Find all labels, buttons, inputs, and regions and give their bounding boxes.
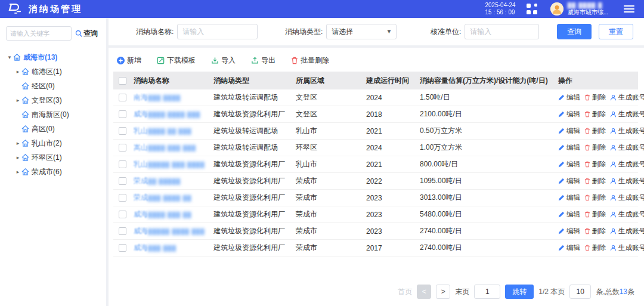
site-name-link[interactable]: 威海████ ████ ███ bbox=[134, 110, 200, 118]
generate-account-button[interactable]: 生成账号 bbox=[610, 177, 644, 186]
prev-page-button[interactable]: < bbox=[417, 285, 431, 299]
home-icon bbox=[21, 125, 29, 132]
edit-button[interactable]: 编辑 bbox=[558, 143, 580, 152]
user-info[interactable]: ██ ████ █ 威海市城市综... bbox=[568, 2, 608, 16]
tree-node-label: 荣成市(6) bbox=[32, 167, 62, 177]
approval-unit-input[interactable] bbox=[465, 24, 539, 39]
delete-button[interactable]: 删除 bbox=[584, 143, 606, 152]
delete-button[interactable]: 删除 bbox=[584, 160, 606, 169]
account-icon bbox=[610, 94, 617, 101]
generate-account-button[interactable]: 生成账号 bbox=[610, 143, 644, 152]
site-name-link[interactable]: 威海████ ███ ██ bbox=[134, 210, 191, 218]
delete-button[interactable]: 删除 bbox=[584, 126, 606, 135]
tree-caret-icon[interactable]: ▸ bbox=[14, 169, 21, 175]
generate-account-button[interactable]: 生成账号 bbox=[610, 210, 644, 219]
row-checkbox[interactable] bbox=[119, 211, 126, 218]
next-page-button[interactable]: > bbox=[436, 285, 450, 299]
delete-button[interactable]: 删除 bbox=[584, 193, 606, 202]
filter-bar: 消纳场名称: 消纳场类型: 请选择 ▼ 核准单位: 查询 重置 bbox=[109, 18, 644, 45]
edit-icon bbox=[558, 228, 565, 234]
row-checkbox[interactable] bbox=[119, 144, 126, 152]
tree-caret-icon[interactable]: ▾ bbox=[6, 54, 13, 60]
site-name-link[interactable]: 威海█████ ████ ███ bbox=[134, 227, 205, 235]
tree-caret-icon[interactable]: ▸ bbox=[14, 97, 21, 103]
site-name-link[interactable]: 南海███ ████ bbox=[134, 93, 181, 101]
import-button[interactable]: 导入 bbox=[211, 55, 236, 66]
tree-node[interactable]: 经区(0) bbox=[6, 79, 100, 93]
edit-button[interactable]: 编辑 bbox=[558, 210, 580, 219]
generate-account-button[interactable]: 生成账号 bbox=[610, 93, 644, 102]
reset-button[interactable]: 重置 bbox=[599, 24, 633, 39]
edit-button[interactable]: 编辑 bbox=[558, 126, 580, 135]
site-name-link[interactable]: 荣成███ ████ ██ bbox=[134, 193, 191, 202]
tree-node[interactable]: 南海新区(0) bbox=[6, 107, 100, 122]
site-type-select[interactable]: 请选择 ▼ bbox=[326, 24, 397, 39]
tree-node-label: 文登区(3) bbox=[32, 95, 62, 106]
delete-button[interactable]: 删除 bbox=[584, 243, 606, 252]
select-all-checkbox[interactable] bbox=[119, 77, 126, 85]
site-region-cell: 文登区 bbox=[293, 109, 364, 119]
edit-button[interactable]: 编辑 bbox=[558, 110, 580, 119]
edit-button[interactable]: 编辑 bbox=[558, 243, 580, 252]
menu-icon[interactable] bbox=[624, 5, 634, 13]
last-page-button[interactable]: 末页 bbox=[455, 287, 469, 297]
tree-node[interactable]: ▸乳山市(2) bbox=[6, 136, 100, 150]
delete-button[interactable]: 删除 bbox=[584, 227, 606, 236]
generate-account-button[interactable]: 生成账号 bbox=[610, 193, 644, 202]
delete-button[interactable]: 删除 bbox=[584, 177, 606, 186]
tree-node[interactable]: 高区(0) bbox=[6, 122, 100, 136]
sidebar-search-input[interactable] bbox=[6, 26, 72, 41]
site-name-link[interactable]: 乳山████ ██ ███ bbox=[134, 126, 191, 135]
delete-icon bbox=[584, 245, 590, 251]
avatar[interactable] bbox=[550, 2, 564, 16]
tree-caret-icon[interactable]: ▸ bbox=[14, 154, 21, 160]
generate-account-button[interactable]: 生成账号 bbox=[610, 160, 644, 169]
export-button[interactable]: 导出 bbox=[251, 55, 275, 66]
query-button[interactable]: 查询 bbox=[557, 24, 592, 39]
site-name-link[interactable]: 嵩山████ ███ ███ bbox=[134, 143, 196, 152]
site-name-link[interactable]: 乳山█████ ███ ████ bbox=[134, 160, 205, 168]
site-name-link[interactable]: 荣成██ █████ bbox=[134, 177, 181, 185]
apps-grid-icon[interactable] bbox=[527, 4, 537, 14]
delete-button[interactable]: 删除 bbox=[584, 93, 606, 102]
edit-button[interactable]: 编辑 bbox=[558, 227, 580, 236]
row-checkbox[interactable] bbox=[119, 194, 126, 202]
first-page-button[interactable]: 首页 bbox=[398, 287, 412, 297]
generate-account-button[interactable]: 生成账号 bbox=[610, 227, 644, 236]
add-button[interactable]: 新增 bbox=[117, 55, 141, 66]
generate-account-button[interactable]: 生成账号 bbox=[610, 110, 644, 119]
page-size-input[interactable] bbox=[569, 285, 591, 299]
download-template-button[interactable]: 下载模板 bbox=[157, 55, 196, 66]
tree-node[interactable]: ▸环翠区(1) bbox=[6, 150, 100, 165]
edit-button[interactable]: 编辑 bbox=[558, 160, 580, 169]
site-region-cell: 荣成市 bbox=[293, 176, 364, 186]
tree-node[interactable]: ▾威海市(13) bbox=[6, 50, 100, 64]
generate-account-button[interactable]: 生成账号 bbox=[610, 243, 644, 252]
edit-button[interactable]: 编辑 bbox=[558, 93, 580, 102]
row-checkbox[interactable] bbox=[119, 160, 126, 168]
row-checkbox[interactable] bbox=[119, 127, 126, 135]
batch-delete-button[interactable]: 批量删除 bbox=[291, 55, 329, 66]
row-checkbox[interactable] bbox=[119, 94, 126, 101]
row-checkbox[interactable] bbox=[119, 244, 126, 252]
site-name-input[interactable] bbox=[177, 24, 258, 39]
delete-button[interactable]: 删除 bbox=[584, 210, 606, 219]
tree-caret-icon[interactable]: ▸ bbox=[14, 69, 21, 75]
tree-node[interactable]: ▸文登区(3) bbox=[6, 93, 100, 107]
delete-button[interactable]: 删除 bbox=[584, 110, 606, 119]
sidebar-search-button[interactable]: 查询 bbox=[75, 29, 98, 39]
row-checkbox[interactable] bbox=[119, 227, 126, 235]
edit-button[interactable]: 编辑 bbox=[558, 193, 580, 202]
tree-node[interactable]: ▸荣成市(6) bbox=[6, 165, 100, 179]
row-checkbox[interactable] bbox=[119, 177, 126, 185]
site-name-link[interactable]: 威海███ ███ bbox=[134, 243, 177, 252]
row-checkbox[interactable] bbox=[119, 110, 126, 118]
generate-account-button[interactable]: 生成账号 bbox=[610, 126, 644, 135]
sites-table: 消纳场名称 消纳场类型 所属区域 建成运行时间 消纳容量估算(万立方米)/设计能… bbox=[113, 72, 638, 256]
tree-node[interactable]: ▸临港区(1) bbox=[6, 64, 100, 79]
page-number-input[interactable] bbox=[474, 285, 500, 299]
jump-button[interactable]: 跳转 bbox=[505, 285, 534, 299]
edit-button[interactable]: 编辑 bbox=[558, 177, 580, 186]
tree-caret-icon[interactable]: ▸ bbox=[14, 140, 21, 146]
home-icon bbox=[21, 140, 29, 147]
